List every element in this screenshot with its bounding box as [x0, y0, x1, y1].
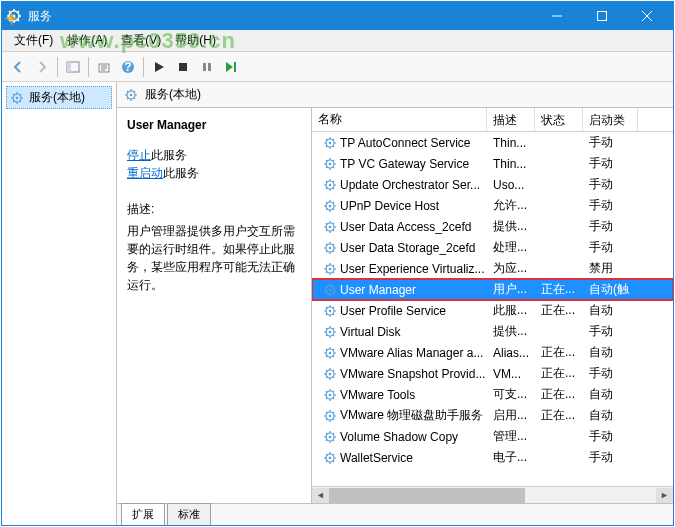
service-desc: 提供... [487, 218, 535, 235]
service-row[interactable]: Volume Shadow Copy管理...手动 [312, 426, 673, 447]
service-startup: 手动 [583, 155, 638, 172]
tab-extended[interactable]: 扩展 [121, 503, 165, 525]
service-row[interactable]: TP VC Gateway ServiceThin...手动 [312, 153, 673, 174]
service-startup: 手动 [583, 176, 638, 193]
gear-icon [322, 135, 338, 151]
svg-point-45 [329, 435, 332, 438]
service-desc: 电子... [487, 449, 535, 466]
service-name: Virtual Disk [340, 325, 400, 339]
service-startup: 自动 [583, 386, 638, 403]
service-startup: 手动 [583, 197, 638, 214]
col-status[interactable]: 状态 [535, 108, 583, 131]
window-title: 服务 [28, 8, 534, 25]
service-row[interactable]: User Manager用户...正在...自动(触 [312, 279, 673, 300]
service-name: VMware Alias Manager a... [340, 346, 483, 360]
service-status: 正在... [535, 302, 583, 319]
service-row[interactable]: User Profile Service此服...正在...自动 [312, 300, 673, 321]
maximize-button[interactable] [579, 2, 624, 30]
svg-point-21 [329, 183, 332, 186]
export-button[interactable] [93, 56, 115, 78]
start-button[interactable] [148, 56, 170, 78]
list-header[interactable]: 名称 描述 状态 启动类 [312, 108, 673, 132]
service-row[interactable]: VMware 物理磁盘助手服务启用...正在...自动 [312, 405, 673, 426]
menubar: 文件(F) 操作(A) 查看(V) 帮助(H) [2, 30, 673, 52]
restart-button[interactable] [220, 56, 242, 78]
horizontal-scrollbar[interactable]: ◄ ► [312, 486, 673, 503]
service-row[interactable]: User Data Storage_2cefd处理...手动 [312, 237, 673, 258]
stop-button[interactable] [172, 56, 194, 78]
tree-root[interactable]: 服务(本地) [6, 86, 112, 109]
service-row[interactable]: Virtual Disk提供...手动 [312, 321, 673, 342]
svg-point-1 [13, 15, 16, 18]
forward-button[interactable] [31, 56, 53, 78]
col-startup[interactable]: 启动类 [583, 108, 638, 131]
service-row[interactable]: VMware Tools可支...正在...自动 [312, 384, 673, 405]
service-row[interactable]: Update Orchestrator Ser...Uso...手动 [312, 174, 673, 195]
scroll-left-button[interactable]: ◄ [312, 488, 329, 503]
menu-help[interactable]: 帮助(H) [169, 30, 222, 51]
services-window: 服务 文件(F) 操作(A) 查看(V) 帮助(H) ? 服务(本地) [1, 1, 674, 526]
service-status: 正在... [535, 365, 583, 382]
titlebar[interactable]: 服务 [2, 2, 673, 30]
svg-text:?: ? [124, 60, 131, 74]
stop-link[interactable]: 停止 [127, 148, 151, 162]
service-row[interactable]: TP AutoConnect ServiceThin...手动 [312, 132, 673, 153]
service-name: VMware Tools [340, 388, 415, 402]
service-name: TP AutoConnect Service [340, 136, 471, 150]
service-name: User Profile Service [340, 304, 446, 318]
svg-point-35 [329, 330, 332, 333]
minimize-button[interactable] [534, 2, 579, 30]
selected-service-name: User Manager [127, 118, 303, 132]
service-startup: 手动 [583, 365, 638, 382]
service-desc: 此服... [487, 302, 535, 319]
svg-point-15 [130, 93, 133, 96]
service-startup: 手动 [583, 428, 638, 445]
gear-icon [322, 198, 338, 214]
list-body[interactable]: TP AutoConnect ServiceThin...手动TP VC Gat… [312, 132, 673, 486]
service-row[interactable]: UPnP Device Host允许...手动 [312, 195, 673, 216]
svg-point-33 [329, 309, 332, 312]
col-desc[interactable]: 描述 [487, 108, 535, 131]
svg-point-37 [329, 351, 332, 354]
service-startup: 禁用 [583, 260, 638, 277]
services-list[interactable]: 名称 描述 状态 启动类 TP AutoConnect ServiceThin.… [312, 108, 673, 503]
svg-point-31 [329, 288, 332, 291]
menu-view[interactable]: 查看(V) [115, 30, 167, 51]
show-hide-button[interactable] [62, 56, 84, 78]
close-button[interactable] [624, 2, 669, 30]
col-name[interactable]: 名称 [312, 108, 487, 131]
service-status: 正在... [535, 386, 583, 403]
svg-point-43 [329, 414, 332, 417]
svg-rect-9 [203, 63, 206, 71]
tree-pane[interactable]: 服务(本地) [2, 82, 117, 525]
menu-file[interactable]: 文件(F) [8, 30, 59, 51]
help-button[interactable]: ? [117, 56, 139, 78]
back-button[interactable] [7, 56, 29, 78]
description-label: 描述: [127, 200, 303, 218]
gear-icon [322, 240, 338, 256]
gear-icon [9, 90, 25, 106]
menu-action[interactable]: 操作(A) [61, 30, 113, 51]
svg-point-19 [329, 162, 332, 165]
service-desc: 可支... [487, 386, 535, 403]
service-row[interactable]: User Data Access_2cefd提供...手动 [312, 216, 673, 237]
svg-rect-11 [234, 62, 236, 72]
service-startup: 手动 [583, 239, 638, 256]
service-desc: Thin... [487, 136, 535, 150]
service-startup: 自动 [583, 344, 638, 361]
service-row[interactable]: WalletService电子...手动 [312, 447, 673, 468]
scroll-thumb[interactable] [329, 488, 525, 503]
scroll-right-button[interactable]: ► [656, 488, 673, 503]
service-status: 正在... [535, 281, 583, 298]
tab-standard[interactable]: 标准 [167, 503, 211, 525]
service-row[interactable]: VMware Alias Manager a...Alias...正在...自动 [312, 342, 673, 363]
app-icon [6, 8, 22, 24]
service-row[interactable]: VMware Snapshot Provid...VM...正在...手动 [312, 363, 673, 384]
pause-button[interactable] [196, 56, 218, 78]
gear-icon [322, 450, 338, 466]
service-row[interactable]: User Experience Virtualiz...为应...禁用 [312, 258, 673, 279]
svg-rect-8 [179, 63, 187, 71]
toolbar-separator [88, 57, 89, 77]
gear-icon [322, 303, 338, 319]
restart-link[interactable]: 重启动 [127, 166, 163, 180]
